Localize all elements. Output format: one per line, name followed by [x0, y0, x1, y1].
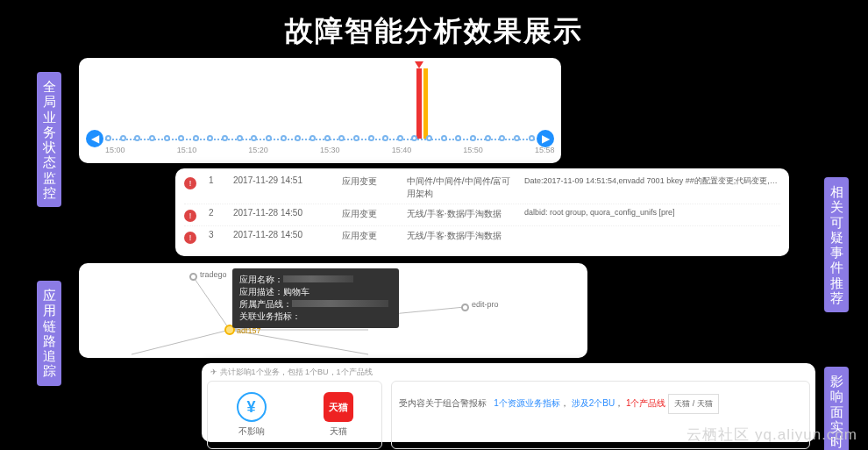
timeline-tick-dot[interactable] [426, 135, 432, 141]
topology-node-label: tradego [200, 270, 227, 279]
impact-count-c: 1个产品线 [626, 398, 666, 408]
timeline-dots[interactable] [105, 135, 535, 141]
event-type: 应用变更 [342, 230, 395, 242]
timeline-tick-label: 15:20 [248, 146, 268, 154]
event-index: 1 [209, 175, 221, 185]
event-index: 3 [209, 230, 221, 239]
timeline-tick-label: 15:00 [105, 146, 125, 154]
timeline-tick-label: 15:58 [535, 146, 555, 154]
timeline-tick-dot[interactable] [295, 135, 301, 141]
topology-tooltip: 应用名称： 应用描述：购物车 所属产品线： 关联业务指标： [232, 268, 399, 328]
timeline-tick-dot[interactable] [120, 135, 126, 141]
timeline-tick-dot[interactable] [105, 135, 111, 141]
panel-events: !12017-11-29 14:51应用变更中间件/中间件/中间件/富可用架构D… [175, 168, 789, 256]
event-time: 2017-11-28 14:50 [233, 208, 330, 218]
timeline-tick-dot[interactable] [529, 135, 535, 141]
impact-tagbox[interactable]: 天猫 / 天猫 [668, 394, 719, 414]
timeline-tick-dot[interactable] [514, 135, 520, 141]
timeline-tick-dot[interactable] [266, 135, 272, 141]
event-row[interactable]: !12017-11-29 14:51应用变更中间件/中间件/中间件/富可用架构D… [184, 172, 780, 204]
impact-summary: ✈ 共计影响1个业务，包括 1个BU，1个产品线 [210, 367, 373, 378]
impact-right-label: 受内容关于组合警报标 [399, 398, 487, 408]
timeline-tick-dot[interactable] [441, 135, 447, 141]
timeline-spike-1 [416, 68, 422, 139]
timeline-tick-dot[interactable] [411, 135, 417, 141]
timeline-next-button[interactable]: ▶ [537, 130, 554, 147]
timeline-tick-dot[interactable] [134, 135, 140, 141]
impact-mini-refund[interactable]: ¥ 不影响 [237, 392, 267, 438]
timeline-tick-dot[interactable] [353, 135, 359, 141]
timeline-tick-dot[interactable] [499, 135, 505, 141]
event-scope: 无线/手客·数据/手淘数据 [407, 208, 512, 220]
timeline-tick-label: 15:50 [463, 146, 483, 154]
timeline-prev-button[interactable]: ◀ [86, 130, 103, 147]
yuan-icon: ¥ [237, 392, 267, 422]
timeline-tick-dot[interactable] [470, 135, 476, 141]
topology-node[interactable] [189, 273, 197, 281]
timeline-tick-label: 15:30 [320, 146, 340, 154]
timeline-tick-dot[interactable] [164, 135, 170, 141]
timeline-tick-dot[interactable] [251, 135, 257, 141]
event-desc: Date:2017-11-09 14:51:54,envadd 7001 bke… [524, 175, 780, 187]
panel-topology[interactable]: tradego adt157 edit-pro 应用名称： 应用描述：购物车 所… [79, 263, 587, 358]
tmall-icon: 天猫 [324, 392, 353, 422]
timeline-tick-dot[interactable] [338, 135, 345, 141]
event-time: 2017-11-29 14:51 [233, 175, 330, 185]
timeline-tick-dot[interactable] [207, 135, 213, 141]
impact-mini-tmall[interactable]: 天猫 天猫 [324, 392, 353, 438]
timeline-tick-dot[interactable] [368, 135, 374, 141]
impact-card-left: ¥ 不影响 天猫 天猫 [207, 381, 382, 449]
timeline-tick-dot[interactable] [281, 135, 287, 141]
timeline-tick-dot[interactable] [149, 135, 155, 141]
event-row[interactable]: !22017-11-28 14:50应用变更无线/手客·数据/手淘数据dalbi… [184, 204, 780, 226]
timeline-tick-dot[interactable] [222, 135, 228, 141]
svg-line-0 [193, 276, 230, 330]
alert-icon: ! [184, 210, 196, 222]
event-scope: 无线/手客·数据/手淘数据 [407, 230, 512, 242]
timeline-tick-dot[interactable] [382, 135, 388, 141]
topology-node[interactable] [461, 304, 469, 311]
timeline-tick-dot[interactable] [178, 135, 184, 141]
event-type: 应用变更 [342, 208, 395, 220]
event-scope: 中间件/中间件/中间件/富可用架构 [407, 175, 512, 200]
timeline-tick-dot[interactable] [237, 135, 243, 141]
topology-node-label: edit-pro [472, 300, 499, 309]
watermark: 云栖社区 yq.aliyun.com [687, 425, 857, 445]
tag-global-monitor: 全局业务状态监控 [37, 72, 61, 207]
timeline-tick-dot[interactable] [397, 135, 403, 141]
timeline-tick-label: 15:40 [392, 146, 412, 154]
timeline-tick-dot[interactable] [193, 135, 199, 141]
tag-link-trace: 应用链路追踪 [37, 281, 61, 386]
page-title: 故障智能分析效果展示 [0, 0, 868, 58]
svg-line-4 [132, 330, 230, 354]
tag-suspect-events: 相关可疑事件推荐 [824, 177, 849, 312]
timeline-tick-label: 15:10 [177, 146, 197, 154]
impact-count-a: 1个资源业务指标 [494, 398, 560, 408]
mini-label: 不影响 [238, 425, 265, 438]
alert-icon: ! [184, 177, 196, 189]
event-index: 2 [209, 208, 221, 218]
event-time: 2017-11-28 14:50 [233, 230, 330, 239]
alert-icon: ! [184, 232, 196, 244]
panel-timeline: ◀ ▶ 15:0015:1015:2015:3015:4015:5015:58 [79, 58, 561, 163]
timeline-tick-dot[interactable] [309, 135, 316, 141]
timeline-tick-dot[interactable] [485, 135, 491, 141]
impact-count-b: 涉及2个BU [572, 398, 615, 408]
event-row[interactable]: !32017-11-28 14:50应用变更无线/手客·数据/手淘数据 [184, 226, 780, 247]
marker-icon [415, 61, 423, 73]
timeline-tick-dot[interactable] [324, 135, 331, 141]
event-desc: dalbid: root group, quora_config_unifs [… [524, 208, 780, 217]
event-type: 应用变更 [342, 175, 395, 188]
mini-label: 天猫 [330, 425, 347, 438]
timeline-tick-dot[interactable] [455, 135, 461, 141]
timeline-spike-2 [423, 68, 428, 139]
